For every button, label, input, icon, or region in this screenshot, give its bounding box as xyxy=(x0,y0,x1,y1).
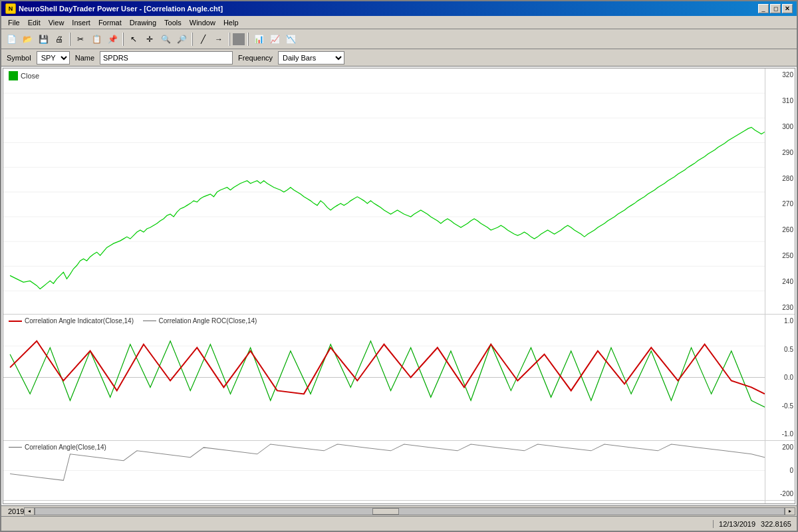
price-panel: Close 320 31 xyxy=(3,68,795,315)
price-y-240: 240 xyxy=(767,278,793,285)
frequency-select[interactable]: Daily Bars xyxy=(278,51,344,65)
price-y-250: 250 xyxy=(767,252,793,259)
price-y-290: 290 xyxy=(767,149,793,156)
ind-y-0: 0.0 xyxy=(767,374,793,381)
window-title: NeuroShell DayTrader Power User - [Corre… xyxy=(19,5,223,13)
toolbar-sep3 xyxy=(192,33,193,46)
restore-button[interactable]: ◻ xyxy=(770,4,781,13)
app-icon: N xyxy=(5,3,16,14)
ind-y-n1: -1.0 xyxy=(767,430,793,438)
toolbar: 📄 📂 💾 🖨 ✂ 📋 📌 ↖ ✛ 🔍 🔎 ╱ → 📊 📈 📉 xyxy=(1,29,797,49)
scroll-bar: 2019 ◂ ▸ xyxy=(1,505,797,516)
price-y-260: 260 xyxy=(767,226,793,233)
price-chart xyxy=(3,68,765,316)
scroll-left-button[interactable]: ◂ xyxy=(24,507,35,515)
menu-file[interactable]: File xyxy=(4,18,24,27)
price-legend-color xyxy=(9,71,18,80)
price-y-axis: 320 310 300 290 280 270 260 250 240 230 xyxy=(765,68,795,314)
price-y-230: 230 xyxy=(767,304,793,311)
menu-view[interactable]: View xyxy=(45,18,68,27)
angle-legend: Correlation Angle(Close,14) xyxy=(9,444,106,451)
chart-container: Close 320 31 xyxy=(3,68,795,504)
angle-legend-color xyxy=(9,447,22,448)
state-legend-color xyxy=(9,503,18,504)
cut-button[interactable]: ✂ xyxy=(73,32,88,47)
scroll-right-button[interactable]: ▸ xyxy=(785,507,795,515)
toolbar-sep2 xyxy=(122,33,124,46)
status-right: 12/13/2019 322.8165 xyxy=(713,520,791,528)
open-button[interactable]: 📂 xyxy=(20,32,35,47)
status-bar: 12/13/2019 322.8165 xyxy=(1,516,797,531)
paste-button[interactable]: 📌 xyxy=(105,32,120,47)
title-bar: N NeuroShell DayTrader Power User - [Cor… xyxy=(1,1,797,16)
menu-help[interactable]: Help xyxy=(219,18,243,27)
menu-format[interactable]: Format xyxy=(94,18,126,27)
name-input[interactable] xyxy=(100,51,233,65)
main-content: Close 320 31 xyxy=(1,66,797,505)
arrow-button[interactable]: → xyxy=(211,32,226,47)
scroll-thumb[interactable] xyxy=(372,508,399,515)
symbol-bar: Symbol SPY Name Frequency Daily Bars xyxy=(1,49,797,66)
scroll-track[interactable] xyxy=(35,507,785,515)
angle-y-axis: 200 0 -200 xyxy=(765,441,795,500)
angle-legend-label: Correlation Angle(Close,14) xyxy=(25,444,106,451)
indicator-panel: Correlation Angle Indicator(Close,14) Co… xyxy=(3,315,795,441)
toolbar-sep1 xyxy=(69,33,70,46)
print-button[interactable]: 🖨 xyxy=(52,32,66,47)
price-legend-label: Close xyxy=(21,72,39,80)
angle-chart xyxy=(3,441,765,500)
angle-panel: Correlation Angle(Close,14) 200 0 -200 xyxy=(3,441,795,501)
status-value: 322.8165 xyxy=(761,520,791,528)
ind-legend-color2 xyxy=(143,321,156,321)
ind-y-1: 1.0 xyxy=(767,317,793,325)
price-y-280: 280 xyxy=(767,175,793,182)
ind-y-n05: -0.5 xyxy=(767,402,793,410)
state-y-axis: 1 0 -1 xyxy=(765,501,795,504)
copy-button[interactable]: 📋 xyxy=(89,32,104,47)
ind-y-05: 0.5 xyxy=(767,346,793,353)
indicator-y-axis: 1.0 0.5 0.0 -0.5 -1.0 xyxy=(765,315,795,440)
toolbar-sep5 xyxy=(247,33,249,46)
minimize-button[interactable]: _ xyxy=(758,4,769,13)
price-y-300: 300 xyxy=(767,123,793,130)
zoom-out-button[interactable]: 🔎 xyxy=(174,32,189,47)
line-button[interactable]: ╱ xyxy=(196,32,210,47)
state-legend: Correlation Angle State(Close,14) xyxy=(9,503,120,504)
ind-legend-label1: Correlation Angle Indicator(Close,14) xyxy=(25,317,134,325)
indicator-chart xyxy=(3,315,765,440)
indicator-legend: Correlation Angle Indicator(Close,14) Co… xyxy=(9,317,257,325)
zoom-in-button[interactable]: 🔍 xyxy=(158,32,173,47)
menu-window[interactable]: Window xyxy=(186,18,219,27)
year-label: 2019 xyxy=(8,507,24,515)
price-y-310: 310 xyxy=(767,97,793,104)
symbol-select[interactable]: SPY xyxy=(37,51,70,65)
save-button[interactable]: 💾 xyxy=(36,32,51,47)
ind-legend-color1 xyxy=(9,321,22,322)
crosshair-button[interactable]: ✛ xyxy=(142,32,157,47)
price-y-270: 270 xyxy=(767,200,793,207)
color-button[interactable] xyxy=(233,33,245,45)
pointer-button[interactable]: ↖ xyxy=(126,32,141,47)
status-date: 12/13/2019 xyxy=(719,520,755,528)
toolbar-sep4 xyxy=(229,33,230,46)
menu-drawing[interactable]: Drawing xyxy=(126,18,160,27)
angle-y-n200: -200 xyxy=(767,490,793,497)
menu-bar: File Edit View Insert Format Drawing Too… xyxy=(1,16,797,29)
symbol-label: Symbol xyxy=(7,54,31,62)
main-window: N NeuroShell DayTrader Power User - [Cor… xyxy=(0,0,798,532)
angle-y-200: 200 xyxy=(767,444,793,451)
chart-type1-button[interactable]: 📊 xyxy=(251,32,266,47)
frequency-label: Frequency xyxy=(238,54,273,62)
price-y-320: 320 xyxy=(767,71,793,78)
state-panel: Correlation Angle State(Close,14) xyxy=(3,501,795,504)
close-button[interactable]: ✕ xyxy=(782,4,793,13)
ind-legend-label2: Correlation Angle ROC(Close,14) xyxy=(159,317,257,325)
chart-type3-button[interactable]: 📉 xyxy=(283,32,298,47)
menu-insert[interactable]: Insert xyxy=(68,18,94,27)
price-legend: Close xyxy=(9,71,39,80)
new-button[interactable]: 📄 xyxy=(4,32,19,47)
chart-type2-button[interactable]: 📈 xyxy=(267,32,282,47)
name-label: Name xyxy=(75,54,94,62)
menu-tools[interactable]: Tools xyxy=(160,18,186,27)
menu-edit[interactable]: Edit xyxy=(24,18,45,27)
